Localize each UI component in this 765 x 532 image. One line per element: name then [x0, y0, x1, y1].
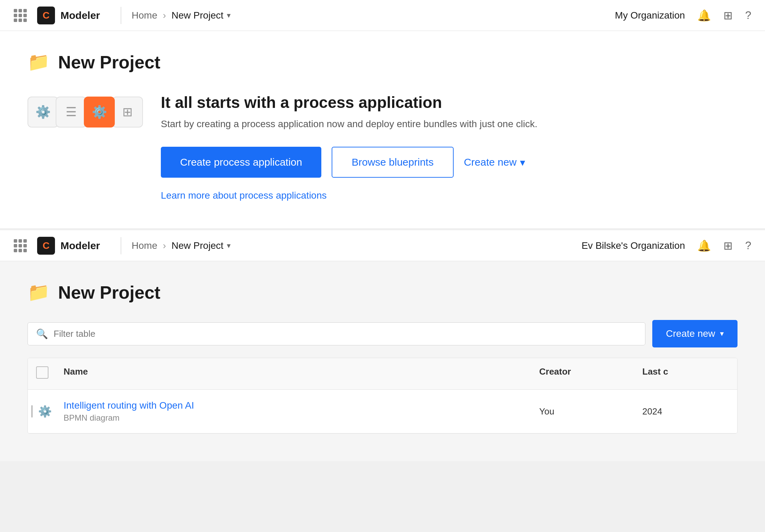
logo-letter: C: [43, 10, 49, 21]
list-icon-box: ☰: [56, 97, 87, 128]
cta-subtext: Start by creating a process application …: [161, 119, 738, 130]
notification-icon[interactable]: 🔔: [697, 9, 711, 22]
th-checkbox: [28, 366, 55, 381]
select-all-checkbox[interactable]: [36, 366, 48, 379]
breadcrumb-2: Home › New Project ▾: [132, 240, 231, 251]
breadcrumb-current[interactable]: New Project ▾: [171, 10, 231, 21]
logo: C Modeler: [37, 7, 100, 24]
breadcrumb-chevron: ›: [163, 10, 166, 21]
breadcrumb: Home › New Project ▾: [132, 10, 231, 21]
td-last-modified: 2024: [634, 406, 737, 417]
td-name: Intelligent routing with Open AI BPMN di…: [55, 400, 531, 423]
main-content-bottom: 📁 New Project 🔍 Create new ▾ Name Creato…: [0, 261, 765, 461]
apps-icon-2[interactable]: ⊞: [723, 239, 733, 252]
nav-right-2: Ev Bilske's Organization 🔔 ⊞ ?: [581, 239, 751, 252]
td-checkbox: ⚙️: [28, 405, 55, 418]
logo-box: C: [37, 7, 55, 24]
breadcrumb-home[interactable]: Home: [132, 10, 157, 21]
create-new-button-top[interactable]: Create new ▾: [464, 156, 525, 168]
page-title-row-2: 📁 New Project: [27, 282, 738, 303]
table-wrap: Name Creator Last c ⚙️ Intelligent routi…: [27, 358, 738, 434]
page-title: New Project: [58, 52, 160, 73]
learn-more-link[interactable]: Learn more about process applications: [161, 190, 327, 201]
app-name-2: Modeler: [60, 240, 100, 252]
create-new-chevron: ▾: [520, 156, 525, 168]
breadcrumb-dropdown-icon: ▾: [227, 11, 231, 20]
item-type: BPMN diagram: [64, 413, 523, 423]
illustration-area: ⚙️ ☰ ⚙️ ⊞ It all starts with a process a…: [27, 93, 738, 201]
th-name: Name: [55, 366, 531, 381]
folder-icon-2: 📁: [27, 282, 50, 303]
browse-blueprints-button-top[interactable]: Browse blueprints: [332, 147, 453, 178]
bottom-navbar: C Modeler Home › New Project ▾ Ev Bilske…: [0, 230, 765, 261]
table-icon-box: ⊞: [112, 97, 143, 128]
create-new-label: Create new: [464, 156, 517, 168]
folder-icon: 📁: [27, 52, 50, 73]
search-input[interactable]: [54, 329, 637, 339]
th-last-modified: Last c: [634, 366, 737, 381]
nav-divider-2: [121, 237, 121, 254]
logo-2: C Modeler: [37, 237, 100, 255]
create-new-label-bottom: Create new: [666, 328, 715, 339]
breadcrumb-chevron-2: ›: [163, 240, 166, 251]
breadcrumb-current-label: New Project: [171, 10, 223, 21]
org-name-2: Ev Bilske's Organization: [581, 240, 685, 251]
item-name-link[interactable]: Intelligent routing with Open AI: [64, 400, 523, 411]
logo-letter-2: C: [43, 240, 49, 251]
search-icon: 🔍: [36, 328, 48, 340]
breadcrumb-current-label-2: New Project: [171, 240, 223, 251]
table-header: Name Creator Last c: [28, 358, 737, 390]
apps-icon[interactable]: ⊞: [723, 9, 733, 22]
row-checkbox[interactable]: [31, 405, 33, 418]
breadcrumb-dropdown-icon-2: ▾: [227, 241, 231, 250]
logo-box-2: C: [37, 237, 55, 255]
filter-row: 🔍 Create new ▾: [27, 320, 738, 347]
cta-heading: It all starts with a process application: [161, 93, 738, 112]
icons-cluster: ⚙️ ☰ ⚙️ ⊞: [27, 97, 140, 128]
create-new-chevron-down: ▾: [720, 329, 724, 338]
row-gear-icon: ⚙️: [38, 405, 52, 418]
grid-menu-icon[interactable]: [14, 9, 27, 22]
breadcrumb-current-2[interactable]: New Project ▾: [171, 240, 231, 251]
breadcrumb-home-2[interactable]: Home: [132, 240, 157, 251]
create-process-application-button[interactable]: Create process application: [161, 147, 321, 178]
bottom-section: C Modeler Home › New Project ▾ Ev Bilske…: [0, 230, 765, 461]
create-new-button-bottom[interactable]: Create new ▾: [652, 320, 738, 347]
th-creator: Creator: [531, 366, 634, 381]
cta-area: It all starts with a process application…: [161, 93, 738, 201]
notification-icon-2[interactable]: 🔔: [697, 239, 711, 252]
gear-icon-box: ⚙️: [27, 97, 58, 128]
top-navbar: C Modeler Home › New Project ▾ My Organi…: [0, 0, 765, 31]
org-name: My Organization: [615, 10, 685, 21]
help-icon[interactable]: ?: [745, 9, 751, 22]
main-content-top: 📁 New Project ⚙️ ☰ ⚙️ ⊞ It all starts wi…: [0, 31, 765, 229]
help-icon-2[interactable]: ?: [745, 239, 751, 252]
nav-right: My Organization 🔔 ⊞ ?: [615, 9, 751, 22]
page-title-row: 📁 New Project: [27, 52, 738, 73]
page-title-2: New Project: [58, 282, 160, 303]
grid-menu-icon-2[interactable]: [14, 239, 27, 252]
table-row: ⚙️ Intelligent routing with Open AI BPMN…: [28, 390, 737, 433]
filter-input-wrap: 🔍: [27, 322, 645, 345]
td-creator: You: [531, 406, 634, 417]
top-section: C Modeler Home › New Project ▾ My Organi…: [0, 0, 765, 229]
process-icon-box-active: ⚙️: [84, 97, 115, 128]
app-name: Modeler: [60, 10, 100, 21]
cta-buttons: Create process application Browse bluepr…: [161, 147, 738, 178]
nav-divider: [121, 7, 121, 24]
